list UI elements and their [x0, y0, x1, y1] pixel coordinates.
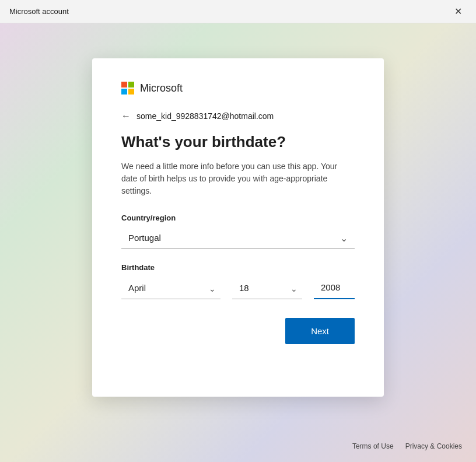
page-heading: What's your birthdate? — [121, 133, 355, 151]
birthdate-row: January February March April May June Ju… — [121, 276, 355, 299]
button-row: Next — [121, 318, 355, 344]
month-select[interactable]: January February March April May June Ju… — [121, 277, 220, 299]
country-select-wrapper: Portugal United States United Kingdom Fr… — [121, 227, 355, 249]
birthdate-label: Birthdate — [121, 263, 355, 272]
year-input[interactable] — [314, 276, 355, 299]
close-icon: ✕ — [454, 6, 462, 17]
square-green — [128, 82, 134, 88]
brand-name: Microsoft — [140, 82, 183, 94]
month-field: January February March April May June Ju… — [121, 277, 220, 299]
square-blue — [121, 89, 127, 94]
terms-of-use-link[interactable]: Terms of Use — [352, 442, 394, 450]
country-label: Country/region — [121, 214, 355, 222]
next-button[interactable]: Next — [285, 318, 355, 344]
microsoft-logo: Microsoft — [121, 82, 355, 94]
footer: Terms of Use Privacy & Cookies — [352, 442, 462, 450]
window-title: Microsoft account — [9, 7, 69, 16]
ms-squares-icon — [121, 82, 134, 94]
day-select[interactable]: 1234 5678 9101112 13141516 17181920 2122… — [232, 277, 302, 299]
privacy-cookies-link[interactable]: Privacy & Cookies — [405, 442, 462, 450]
dialog: Microsoft ← some_kid_9928831742@hotmail.… — [92, 58, 384, 397]
page-description: We need a little more info before you ca… — [121, 160, 355, 197]
title-bar: Microsoft account ✕ — [0, 0, 476, 23]
back-arrow-icon: ← — [121, 111, 131, 121]
day-field: 1234 5678 9101112 13141516 17181920 2122… — [232, 277, 302, 299]
account-email: some_kid_9928831742@hotmail.com — [136, 111, 274, 121]
back-row[interactable]: ← some_kid_9928831742@hotmail.com — [121, 111, 355, 121]
country-select[interactable]: Portugal United States United Kingdom Fr… — [121, 227, 355, 249]
square-yellow — [128, 89, 134, 94]
square-red — [121, 82, 127, 88]
close-button[interactable]: ✕ — [449, 3, 467, 20]
birthdate-section: Birthdate January February March April M… — [121, 263, 355, 299]
year-field — [314, 276, 355, 299]
